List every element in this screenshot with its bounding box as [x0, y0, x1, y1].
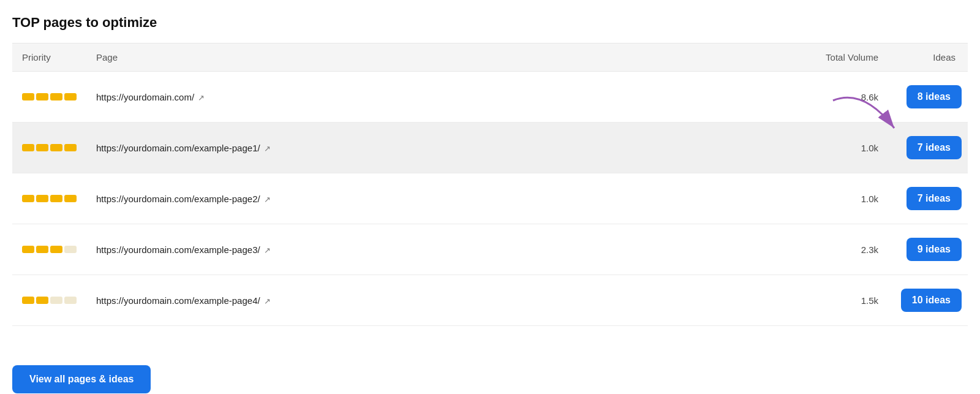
priority-bars: [22, 93, 77, 100]
ideas-button[interactable]: 9 ideas: [907, 238, 962, 261]
priority-bar: [64, 144, 77, 151]
ideas-button[interactable]: 7 ideas: [907, 187, 962, 210]
priority-bar: [50, 93, 62, 100]
priority-bar: [50, 246, 62, 253]
priority-bars: [22, 297, 77, 304]
ideas-button[interactable]: 7 ideas: [907, 136, 962, 159]
page-cell: https://yourdomain.com/example-page2/↗: [86, 173, 671, 224]
col-header-volume: Total Volume: [671, 44, 888, 72]
ideas-cell: 8 ideas: [888, 72, 968, 123]
priority-bar: [22, 144, 34, 151]
volume-cell: 1.5k: [671, 275, 888, 326]
ideas-button[interactable]: 8 ideas: [907, 85, 962, 108]
view-all-button[interactable]: View all pages & ideas: [12, 365, 151, 393]
page-url: https://yourdomain.com/example-page1/↗: [96, 143, 271, 153]
priority-cell: [12, 123, 86, 173]
ideas-cell: 7 ideas: [888, 123, 968, 173]
ideas-cell: 10 ideas: [888, 275, 968, 326]
page-cell: https://yourdomain.com/example-page3/↗: [86, 224, 671, 275]
priority-bar: [22, 93, 34, 100]
page-url: https://yourdomain.com/example-page3/↗: [96, 244, 271, 255]
volume-cell: 8.6k: [671, 72, 888, 123]
priority-bar: [22, 195, 34, 202]
table-row: https://yourdomain.com/example-page2/↗ 1…: [12, 173, 968, 224]
external-link-icon: ↗: [264, 297, 271, 306]
priority-bar: [36, 93, 48, 100]
priority-bar: [22, 246, 34, 253]
page-cell: https://yourdomain.com/↗: [86, 72, 671, 123]
page-url: https://yourdomain.com/example-page2/↗: [96, 194, 271, 204]
priority-bar: [36, 195, 48, 202]
priority-bar: [50, 195, 62, 202]
page-cell: https://yourdomain.com/example-page1/↗: [86, 123, 671, 173]
priority-cell: [12, 224, 86, 275]
priority-bar: [50, 144, 62, 151]
ideas-cell: 9 ideas: [888, 224, 968, 275]
page-url: https://yourdomain.com/↗: [96, 92, 205, 102]
pages-table: Priority Page Total Volume Ideas https:/…: [12, 43, 968, 326]
volume-cell: 2.3k: [671, 224, 888, 275]
volume-cell: 1.0k: [671, 173, 888, 224]
table-row: https://yourdomain.com/example-page1/↗ 1…: [12, 123, 968, 173]
priority-bars: [22, 144, 77, 151]
priority-bar: [36, 246, 48, 253]
page-cell: https://yourdomain.com/example-page4/↗: [86, 275, 671, 326]
ideas-button[interactable]: 10 ideas: [901, 289, 962, 312]
priority-cell: [12, 173, 86, 224]
table-row: https://yourdomain.com/example-page3/↗ 2…: [12, 224, 968, 275]
col-header-page: Page: [86, 44, 671, 72]
priority-bar: [64, 195, 77, 202]
priority-bars: [22, 195, 77, 202]
priority-bar: [64, 246, 77, 253]
priority-bars: [22, 246, 77, 253]
page-url: https://yourdomain.com/example-page4/↗: [96, 295, 271, 306]
priority-bar: [50, 297, 62, 304]
priority-bar: [64, 297, 77, 304]
priority-bar: [36, 297, 48, 304]
col-header-priority: Priority: [12, 44, 86, 72]
priority-bar: [22, 297, 34, 304]
external-link-icon: ↗: [264, 144, 271, 153]
col-header-ideas: Ideas: [888, 44, 968, 72]
volume-cell: 1.0k: [671, 123, 888, 173]
priority-bar: [64, 93, 77, 100]
external-link-icon: ↗: [264, 195, 271, 204]
table-row: https://yourdomain.com/example-page4/↗ 1…: [12, 275, 968, 326]
page-title: TOP pages to optimize: [12, 15, 968, 31]
table-row: https://yourdomain.com/↗ 8.6k 8 ideas: [12, 72, 968, 123]
priority-cell: [12, 72, 86, 123]
priority-cell: [12, 275, 86, 326]
external-link-icon: ↗: [264, 246, 271, 255]
ideas-cell: 7 ideas: [888, 173, 968, 224]
priority-bar: [36, 144, 48, 151]
external-link-icon: ↗: [198, 93, 205, 102]
